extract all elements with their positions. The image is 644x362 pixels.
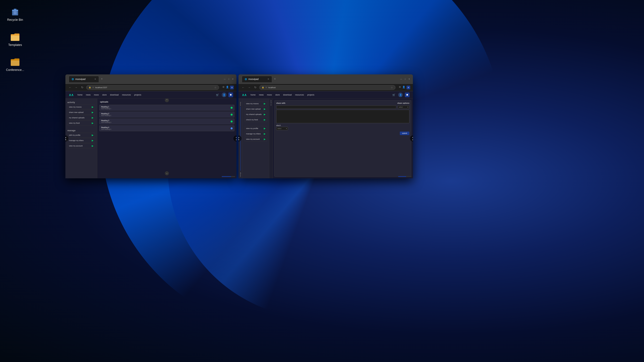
user-btn-1[interactable]: 👤 xyxy=(222,92,226,97)
cart-icon-2[interactable]: 🛒 xyxy=(392,92,396,97)
nav-news-1[interactable]: news xyxy=(86,94,90,96)
new-tab-btn-2[interactable]: + xyxy=(273,77,277,81)
share-options-title: share options xyxy=(397,102,410,104)
nav-home-2[interactable]: home xyxy=(250,94,256,96)
menu-check-feed-label-2: check my feed xyxy=(246,119,258,121)
share-options-select[interactable]: select ▼ xyxy=(398,105,410,109)
browser-windows-row: 🌐 moovipad ✕ + — □ ✕ ← → ↻ 🔒 xyxy=(66,74,413,178)
nav-resources-2[interactable]: resources xyxy=(295,94,304,96)
browser-window-2: 🌐 moovipad ✕ + — □ ✕ ← → ↻ 🔒 xyxy=(238,74,413,178)
menu-arrow-2: ▶ xyxy=(92,111,94,114)
tab-2-label: moovipad xyxy=(248,78,258,80)
manage-strip-label-2: manage xyxy=(240,172,241,177)
minimize-btn-1[interactable]: — xyxy=(223,77,226,81)
attach-label: attach xyxy=(276,124,410,126)
nav-store-1[interactable]: store xyxy=(102,94,107,96)
menu-icon-2[interactable]: ≡ xyxy=(406,86,410,89)
menu-edit-profile-1[interactable]: edit my profile ▶ xyxy=(68,133,95,137)
nav-home-1[interactable]: home xyxy=(78,94,82,96)
url-field-2[interactable]: 🔒 ⊙ localhost ☆ xyxy=(259,85,396,90)
share-textarea[interactable] xyxy=(276,110,410,123)
menu-view-profile-2[interactable]: view my profile ▶ xyxy=(244,126,267,131)
submit-row: submit xyxy=(276,132,410,135)
menu-view-moovs-2[interactable]: view my moovs ▶ xyxy=(244,101,267,106)
attach-select-placeholder: select xyxy=(278,128,282,129)
share-with-input[interactable] xyxy=(276,105,396,109)
maximize-btn-2[interactable]: □ xyxy=(404,77,407,81)
close-btn-1[interactable]: ✕ xyxy=(231,77,234,81)
forward-btn-2[interactable]: → xyxy=(247,85,251,89)
browser-tab-1[interactable]: 🌐 moovipad ✕ xyxy=(69,76,99,82)
upload-item-2[interactable]: Heading 2 Sub-Heading 2 xyxy=(99,112,234,117)
bookmark-icon-2[interactable]: ☆ xyxy=(391,86,393,89)
app-main-1: ❮ activity view my moovs ▶ share new upl… xyxy=(66,98,236,178)
tab-1-close[interactable]: ✕ xyxy=(94,78,96,80)
menu-shared-uploads-label-1: my shared uploads xyxy=(69,117,84,119)
upload-sub-2: Sub-Heading 2 xyxy=(101,115,230,116)
nav-news-2[interactable]: news xyxy=(259,94,264,96)
settings-icon-2[interactable]: ⚙ xyxy=(399,86,401,89)
app-logo-2: ∧∧ xyxy=(242,93,246,97)
user-icon-2[interactable]: 👤 xyxy=(402,86,405,89)
maximize-btn-1[interactable]: □ xyxy=(227,77,230,81)
nav-download-1[interactable]: download xyxy=(110,94,118,96)
wallpaper xyxy=(0,0,644,362)
menu-view-feed-1[interactable]: view my feed ▶ xyxy=(68,121,95,125)
nav-store-2[interactable]: store xyxy=(275,94,280,96)
nav-menu-btn-1[interactable]: ■ xyxy=(228,92,233,97)
settings-icon-1[interactable]: ⚙ xyxy=(222,86,224,89)
nav-moov-2[interactable]: moov xyxy=(267,94,272,96)
nav-projects-1[interactable]: projects xyxy=(134,94,141,96)
menu-shared-uploads-2[interactable]: my shared uploads ▶ xyxy=(244,112,267,117)
tab-bar-2: 🌐 moovipad ✕ + xyxy=(240,74,398,84)
attach-arrow: ▼ xyxy=(286,128,287,129)
tab-1-label: moovipad xyxy=(75,78,86,80)
user-icon-1[interactable]: 👤 xyxy=(226,86,229,89)
nav-menu-btn-2[interactable]: ■ xyxy=(405,92,410,97)
back-btn-1[interactable]: ← xyxy=(68,85,72,89)
templates-folder-icon[interactable]: Templates xyxy=(7,32,24,47)
nav-resources-1[interactable]: resources xyxy=(122,94,131,96)
menu-icon-1[interactable]: ≡ xyxy=(230,86,234,89)
upload-item-4[interactable]: Heading 4 Sub-Heading 4 xyxy=(99,125,234,131)
menu-share-upload-2[interactable]: share new upload ▶ xyxy=(244,107,267,111)
conference-label: Conference... xyxy=(6,68,24,72)
bookmark-icon-1[interactable]: ☆ xyxy=(214,86,216,89)
recycle-bin-icon[interactable]: Recycle Bin xyxy=(7,7,24,22)
forward-btn-1[interactable]: → xyxy=(74,85,78,89)
menu-view-account-2[interactable]: view my account ▶ xyxy=(244,137,267,141)
upload-item-1[interactable]: Heading 1 Sub-Heading 1 xyxy=(99,105,234,111)
new-tab-btn-1[interactable]: + xyxy=(100,77,104,81)
nav-moov-1[interactable]: moov xyxy=(94,94,99,96)
menu-view-moovs-label-1: view my moovs xyxy=(69,106,82,108)
menu-check-feed-2[interactable]: check my feed ▶ xyxy=(244,117,267,122)
nav-projects-2[interactable]: projects xyxy=(307,94,314,96)
cart-icon-1[interactable]: 🛒 xyxy=(215,92,220,97)
attach-select[interactable]: select ▼ xyxy=(276,127,288,130)
menu-view-moovs-1[interactable]: view my moovs ▶ xyxy=(68,105,95,109)
close-btn-2[interactable]: ✕ xyxy=(408,77,411,81)
menu-view-account-1[interactable]: view my account ▶ xyxy=(68,143,95,148)
menu-shared-uploads-1[interactable]: my shared uploads ▶ xyxy=(68,115,95,120)
conference-folder-icon[interactable]: Conference... xyxy=(7,57,24,72)
submit-btn[interactable]: submit xyxy=(400,132,410,135)
nav-links-2: home news moov store download resources … xyxy=(250,94,388,96)
menu-arrow-5: ▶ xyxy=(92,134,94,136)
refresh-btn-2[interactable]: ↻ xyxy=(253,85,257,89)
browser-tab-2[interactable]: 🌐 moovipad ✕ xyxy=(242,76,272,82)
menu-share-upload-1[interactable]: share new upload ▶ xyxy=(68,110,95,115)
tab-2-close[interactable]: ✕ xyxy=(268,78,269,80)
refresh-btn-1[interactable]: ↻ xyxy=(80,85,84,89)
back-btn-2[interactable]: ← xyxy=(241,85,245,89)
uploads-nav-down-1[interactable]: ⌄ xyxy=(165,171,169,175)
activity-section-2: view my moovs ▶ share new upload ▶ my sh… xyxy=(244,101,267,123)
minimize-btn-2[interactable]: — xyxy=(400,77,403,81)
user-btn-2[interactable]: 👤 xyxy=(398,92,403,97)
app-navbar-2: ∧∧ home news moov store download resourc… xyxy=(238,91,413,98)
tab-bar-1: 🌐 moovipad ✕ + xyxy=(68,74,222,84)
menu-manage-tribes-1[interactable]: manage my tribes ▶ xyxy=(68,138,95,143)
nav-download-2[interactable]: download xyxy=(283,94,292,96)
url-field-1[interactable]: 🔒 ⊙ localhost:3237 ☆ xyxy=(86,85,219,90)
menu-manage-tribes-2[interactable]: manage my tribes ▶ xyxy=(244,131,267,136)
upload-item-3[interactable]: Heading 3 Sub-Heading 3 xyxy=(99,118,234,124)
